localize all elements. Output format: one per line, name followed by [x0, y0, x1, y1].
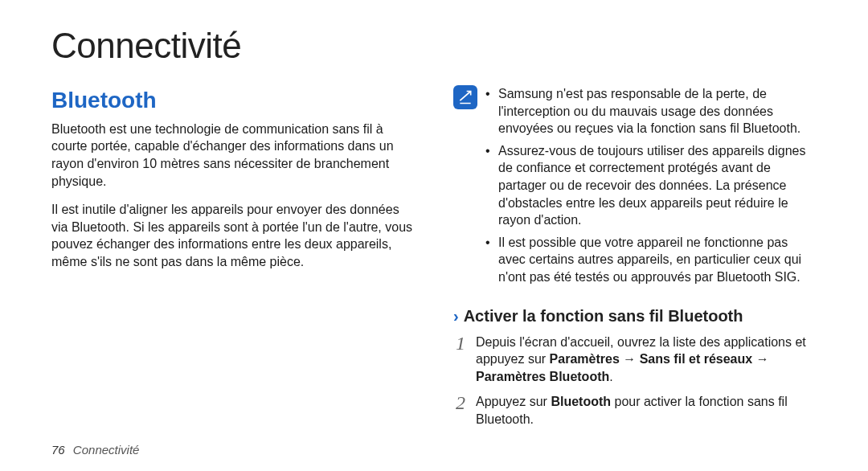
section-title-bluetooth: Bluetooth: [51, 85, 415, 116]
left-column: Bluetooth Bluetooth est une technologie …: [51, 85, 415, 471]
right-column: Samsung n'est pas responsable de la pert…: [453, 85, 817, 471]
step-body: Appuyez sur Bluetooth pour activer la fo…: [476, 393, 817, 428]
content-columns: Bluetooth Bluetooth est une technologie …: [51, 85, 817, 471]
note-list: Samsung n'est pas responsable de la pert…: [485, 85, 817, 291]
paragraph: Bluetooth est une technologie de communi…: [51, 121, 415, 190]
step-number: 1: [453, 334, 468, 386]
manual-page: Connectivité Bluetooth Bluetooth est une…: [0, 0, 868, 471]
step-item: 2 Appuyez sur Bluetooth pour activer la …: [453, 393, 817, 428]
step-body: Depuis l'écran d'accueil, ouvrez la list…: [476, 334, 817, 386]
step-list: 1 Depuis l'écran d'accueil, ouvrez la li…: [453, 334, 817, 428]
page-title: Connectivité: [51, 26, 817, 66]
step-item: 1 Depuis l'écran d'accueil, ouvrez la li…: [453, 334, 817, 386]
note-item: Assurez-vous de toujours utiliser des ap…: [485, 142, 817, 229]
sub-heading-text: Activer la fonction sans fil Bluetooth: [464, 305, 743, 327]
note-item: Il est possible que votre appareil ne fo…: [485, 234, 817, 286]
note-block: Samsung n'est pas responsable de la pert…: [453, 85, 817, 291]
footer-section: Connectivité: [73, 443, 140, 457]
note-item: Samsung n'est pas responsable de la pert…: [485, 85, 817, 137]
page-number: 76: [51, 443, 65, 457]
sub-heading: › Activer la fonction sans fil Bluetooth: [453, 305, 817, 327]
page-footer: 76 Connectivité: [51, 443, 139, 457]
note-icon: [453, 85, 477, 109]
chevron-right-icon: ›: [453, 308, 459, 324]
paragraph: Il est inutile d'aligner les appareils p…: [51, 201, 415, 270]
step-number: 2: [453, 393, 468, 428]
